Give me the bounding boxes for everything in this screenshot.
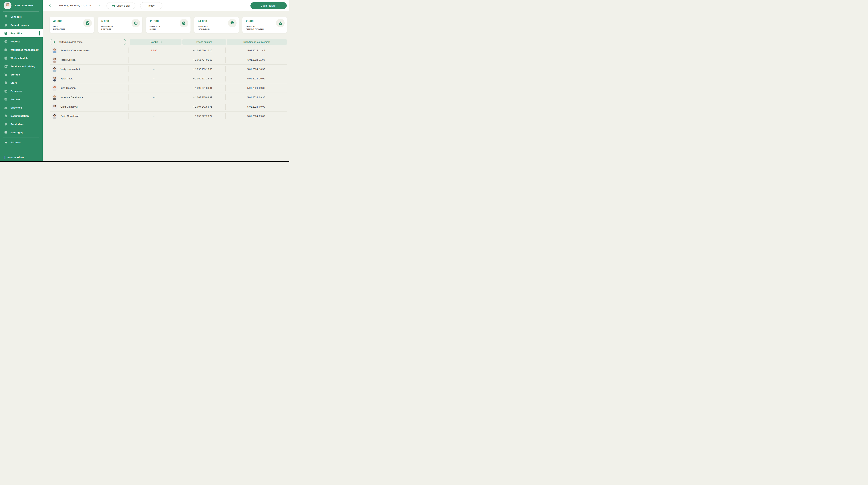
sidebar-item-label: Archive — [10, 98, 20, 101]
document-icon — [4, 114, 8, 118]
payable-value: --- — [128, 96, 180, 99]
divider — [3, 11, 39, 12]
hryvnia-icon: ₴ — [228, 19, 237, 27]
cart-icon — [4, 73, 8, 76]
table-row[interactable]: Katerina Gershmina --- + 1 067 315 89 89… — [50, 93, 287, 102]
table-row[interactable]: Taras Sereda --- + 1 066 734 91 63 5.01.… — [50, 55, 287, 65]
calendar-icon — [4, 56, 8, 60]
logo-bar-green — [5, 156, 5, 159]
patient-avatar — [52, 85, 58, 91]
sidebar-item-branches[interactable]: Branches — [0, 103, 43, 112]
check-icon — [83, 19, 92, 27]
phone-number: + 1 066 734 91 63 — [180, 59, 225, 61]
stat-card-jobs-performed: 40 000 JOBSPERFORMED — [50, 17, 94, 33]
patient-avatar — [52, 113, 58, 119]
last-payment-datetime: 5.01.2024 09:30 — [225, 87, 287, 89]
search-input[interactable] — [58, 40, 124, 43]
patients-icon — [4, 23, 8, 27]
sidebar-item-workplace-management[interactable]: Workplace management — [0, 45, 43, 54]
payable-value: --- — [128, 87, 180, 89]
sidebar-item-pay-office[interactable]: Pay office — [0, 29, 43, 37]
sidebar-item-documentation[interactable]: Documentation — [0, 112, 43, 120]
search-icon — [53, 40, 56, 44]
sidebar-item-partners[interactable]: Partners — [0, 138, 43, 147]
sidebar-item-store[interactable]: Store — [0, 79, 43, 87]
table-row[interactable]: Ignat Pavlo --- + 1 050 273 15 71 5.01.2… — [50, 74, 287, 84]
last-payment-datetime: 5.01.2024 10:00 — [225, 77, 287, 80]
table-row[interactable]: Yuriy Kramarchuk --- + 1 095 133 15 65 5… — [50, 65, 287, 74]
chat-icon — [4, 40, 8, 43]
stat-label: JOBS — [53, 25, 58, 27]
patient-name: Taras Sereda — [61, 58, 75, 61]
today-button[interactable]: Today — [140, 2, 162, 9]
user-name: Igor Globenko — [15, 4, 33, 7]
patient-name: Irina Gusman — [61, 87, 75, 89]
patient-avatar — [52, 104, 58, 110]
sidebar-item-patient-records[interactable]: Patient records — [0, 21, 43, 29]
stat-value: 40 000 — [53, 19, 63, 23]
stat-value: 11 000 — [150, 19, 159, 23]
patient-name: Antonina Cherednichenko — [61, 49, 89, 52]
select-day-button[interactable]: Select a day — [106, 2, 135, 9]
user-avatar — [4, 2, 11, 9]
logo-text: emexes-dent — [7, 156, 24, 159]
sidebar-item-work-schedule[interactable]: Work schedule — [0, 54, 43, 62]
table-row[interactable]: Oleg Mikhailyuk --- + 1 097 241 55 75 5.… — [50, 102, 287, 111]
table-row[interactable]: Antonina Cherednichenko 2 500 + 1 097 01… — [50, 46, 287, 55]
chevron-left-icon — [49, 4, 51, 7]
cash-register-label: Cash register — [261, 4, 276, 7]
last-payment-datetime: 5.01.2024 10:30 — [225, 68, 287, 71]
last-payment-datetime: 5.01.2024 11:00 — [225, 59, 287, 61]
stat-card-payments-cash: 11 000 PAYMENTS(CASH) — [146, 17, 190, 33]
sidebar-item-archive[interactable]: Archive — [0, 95, 43, 103]
stat-label: DISCOUNTS — [101, 25, 113, 27]
sidebar-item-label: Schedule — [10, 15, 22, 18]
sidebar-item-label: Messaging — [10, 131, 24, 134]
patients-table: Antonina Cherednichenko 2 500 + 1 097 01… — [50, 46, 287, 121]
payable-value: --- — [128, 59, 180, 61]
sidebar-item-label: Patient records — [10, 24, 29, 27]
phone-number: + 1 097 010 10 10 — [180, 49, 225, 52]
patient-avatar — [52, 76, 58, 82]
sidebar-item-label: Partners — [10, 141, 21, 144]
column-header-payable[interactable]: Payable — [130, 39, 182, 45]
stat-card-payments-cashless: 24 000 PAYMENTS(CASHLESS) ₴ — [194, 17, 239, 33]
sidebar-item-services-and-pricing[interactable]: Services and pricing — [0, 62, 43, 70]
select-day-label: Select a day — [117, 4, 130, 7]
wallet-icon — [180, 19, 188, 27]
patient-avatar — [52, 47, 58, 53]
sidebar: Igor Globenko Schedule Patient records P… — [0, 0, 43, 161]
sidebar-item-reminders[interactable]: Reminders — [0, 120, 43, 128]
prev-day-button[interactable] — [48, 4, 52, 8]
user-profile[interactable]: Igor Globenko — [4, 2, 33, 9]
last-payment-datetime: 5.01.2024 09:00 — [225, 105, 287, 108]
cash-register-button[interactable]: Cash register — [250, 2, 287, 9]
app-logo: emexes-dent — [4, 156, 24, 159]
sidebar-item-expenses[interactable]: Expenses — [0, 87, 43, 95]
stat-card-current-amount-payable: 2 500 CURRENTAMOUNT PAYABLE — [242, 17, 287, 33]
next-day-button[interactable] — [97, 4, 101, 8]
sidebar-item-storage[interactable]: Storage — [0, 70, 43, 79]
table-row[interactable]: Irina Gusman --- + 1 099 821 89 31 5.01.… — [50, 84, 287, 93]
sidebar-item-label: Work schedule — [10, 57, 28, 60]
current-date: Monday, February 27, 2022 — [54, 4, 97, 7]
chevron-right-icon — [98, 4, 101, 7]
payable-value: --- — [128, 105, 180, 108]
bag-icon — [4, 81, 8, 85]
phone-number: + 1 050 273 15 71 — [180, 77, 225, 80]
table-row[interactable]: Boris Gorodenko --- + 1 050 827 20 77 5.… — [50, 111, 287, 121]
stats-row: 40 000 JOBSPERFORMED 5 000 DISCOUNTSPROV… — [50, 17, 287, 33]
sidebar-item-messaging[interactable]: Messaging — [0, 128, 43, 136]
sidebar-item-schedule[interactable]: Schedule — [0, 12, 43, 21]
last-payment-datetime: 5.01.2024 09:30 — [225, 96, 287, 99]
sidebar-item-label: Branches — [10, 106, 22, 109]
phone-number: + 1 067 315 89 89 — [180, 96, 225, 99]
patient-avatar — [52, 66, 58, 72]
sidebar-item-label: Expenses — [10, 90, 22, 93]
bars-icon — [4, 89, 8, 93]
patient-name: Boris Gorodenko — [61, 115, 80, 118]
payable-value: --- — [128, 68, 180, 71]
last-payment-datetime: 5.01.2024 11:45 — [225, 49, 287, 52]
sidebar-item-reports[interactable]: Reports — [0, 37, 43, 45]
phone-number: + 1 095 133 15 65 — [180, 68, 225, 71]
